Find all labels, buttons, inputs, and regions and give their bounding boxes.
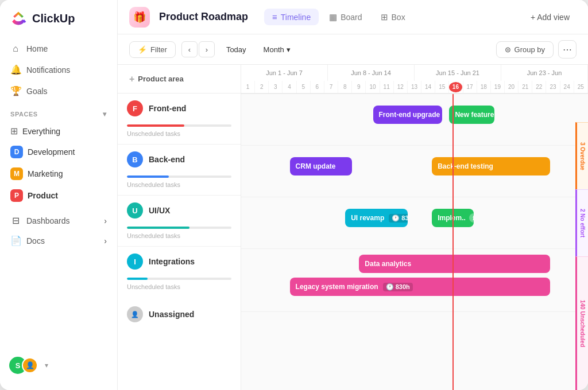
date-number-5: 5 bbox=[297, 81, 311, 93]
main-content: 🎁 Product Roadmap ≡ Timeline ▦ Board ⊞ B… bbox=[118, 0, 588, 390]
date-number-12: 12 bbox=[394, 81, 408, 93]
sidebar-item-development-label: Development bbox=[28, 147, 75, 157]
date-range-3: Jun 15 - Jun 21 bbox=[415, 65, 501, 81]
gantt-bar-ui-revamp[interactable]: UI revamp 🕐 830h bbox=[345, 209, 408, 227]
backend-avatar: B bbox=[127, 151, 143, 167]
tab-timeline[interactable]: ≡ Timeline bbox=[264, 9, 319, 25]
date-number-8: 8 bbox=[338, 81, 352, 93]
frontend-progress-fill bbox=[127, 124, 184, 127]
column-header-label: Product area bbox=[138, 75, 183, 83]
date-number-11: 11 bbox=[380, 81, 394, 93]
gantt-row-uiux: UI revamp 🕐 830h Implem.. ℹ bbox=[241, 197, 588, 249]
gantt-bar-frontend-upgrade[interactable]: Front-end upgrade 🕐 830h bbox=[373, 106, 443, 124]
date-number-3: 3 bbox=[269, 81, 283, 93]
add-area-button[interactable]: + bbox=[129, 74, 134, 84]
bar-label: New feature.. bbox=[455, 111, 494, 119]
backend-label: Back-end bbox=[149, 155, 185, 164]
sidebar-item-product[interactable]: P Product bbox=[5, 185, 113, 206]
timeline-gantt: Jun 1 - Jun 7 Jun 8 - Jun 14 Jun 15 - Ju… bbox=[241, 65, 588, 390]
docs-icon: 📄 bbox=[10, 235, 21, 246]
goals-icon: 🏆 bbox=[10, 85, 21, 96]
date-number-21: 21 bbox=[519, 81, 532, 93]
add-view-button[interactable]: + Add view bbox=[524, 9, 577, 25]
sidebar-item-home[interactable]: ⌂ Home bbox=[5, 39, 113, 58]
month-chevron: ▾ bbox=[287, 45, 291, 54]
gantt-bar-new-feature[interactable]: New feature.. ℹ bbox=[449, 106, 494, 124]
date-headers: Jun 1 - Jun 7 Jun 8 - Jun 14 Jun 15 - Ju… bbox=[241, 65, 588, 94]
page-header: 🎁 Product Roadmap ≡ Timeline ▦ Board ⊞ B… bbox=[118, 0, 588, 34]
sidebar-item-goals[interactable]: 🏆 Goals bbox=[5, 81, 113, 101]
add-view-label: + Add view bbox=[531, 13, 570, 22]
gantt-bar-legacy-migration[interactable]: Legacy system migration 🕐 830h bbox=[290, 278, 550, 296]
date-number-2: 2 bbox=[255, 81, 269, 93]
overdue-indicator: 3 Overdue bbox=[575, 122, 588, 189]
today-button[interactable]: Today bbox=[220, 42, 252, 57]
date-number-9: 9 bbox=[352, 81, 366, 93]
sidebar-item-docs[interactable]: 📄 Docs › bbox=[5, 231, 113, 251]
no-effort-label: 2 No effort bbox=[579, 209, 586, 237]
avatar-chevron[interactable]: ▾ bbox=[45, 361, 48, 369]
sidebar-item-goals-label: Goals bbox=[26, 87, 48, 96]
next-arrow-button[interactable]: › bbox=[199, 41, 215, 57]
date-ranges-row: Jun 1 - Jun 7 Jun 8 - Jun 14 Jun 15 - Ju… bbox=[241, 65, 588, 81]
date-range-4: Jun 23 - Jun bbox=[501, 65, 588, 81]
sidebar-item-marketing[interactable]: M Marketing bbox=[5, 163, 113, 184]
frontend-label: Front-end bbox=[149, 104, 186, 113]
tab-box[interactable]: ⊞ Box bbox=[373, 9, 413, 26]
bar-label: Back-end testing bbox=[438, 162, 493, 170]
gantt-bar-backend-testing[interactable]: Back-end testing bbox=[432, 157, 550, 176]
tab-board[interactable]: ▦ Board bbox=[321, 9, 370, 26]
sidebar-nav: ⌂ Home 🔔 Notifications 🏆 Goals bbox=[0, 39, 117, 101]
docs-chevron: › bbox=[104, 236, 107, 245]
gantt-row-frontend: Front-end upgrade 🕐 830h New feature.. ℹ bbox=[241, 94, 588, 146]
row-group-backend: B Back-end Unscheduled tasks bbox=[118, 145, 241, 196]
date-range-1: Jun 1 - Jun 7 bbox=[241, 65, 328, 81]
sidebar-item-notifications[interactable]: 🔔 Notifications bbox=[5, 60, 113, 80]
prev-arrow-button[interactable]: ‹ bbox=[181, 41, 198, 57]
spaces-list: ⊞ Everything D Development M Marketing P… bbox=[0, 122, 117, 206]
row-group-integrations: I Integrations Unscheduled tasks bbox=[118, 247, 241, 297]
side-indicators: 3 Overdue 2 No effort 140 Unscheduled bbox=[575, 122, 588, 390]
frontend-unscheduled-label: Unscheduled tasks bbox=[118, 127, 241, 144]
date-number-24: 24 bbox=[560, 81, 574, 93]
date-number-13: 13 bbox=[408, 81, 421, 93]
month-button[interactable]: Month ▾ bbox=[258, 42, 296, 57]
gantt-bar-data-analytics[interactable]: Data analytics bbox=[359, 255, 550, 273]
spaces-chevron[interactable]: ▾ bbox=[103, 110, 107, 118]
bar-label: Data analytics bbox=[365, 260, 411, 268]
board-tab-label: Board bbox=[341, 13, 362, 22]
gantt-row-integrations: Data analytics Legacy system migration 🕐… bbox=[241, 249, 588, 312]
bar-label: Legacy system migration bbox=[296, 283, 378, 291]
dashboard-icon: ⊟ bbox=[10, 215, 21, 226]
uiux-progress-bar bbox=[127, 227, 231, 229]
sidebar-item-development[interactable]: D Development bbox=[5, 142, 113, 162]
frontend-progress-bar bbox=[127, 124, 231, 127]
home-icon: ⌂ bbox=[10, 44, 21, 54]
gantt-bar-crm-update[interactable]: CRM update bbox=[290, 157, 353, 176]
app-container: ClickUp ⌂ Home 🔔 Notifications 🏆 Goals S… bbox=[0, 0, 588, 390]
integrations-label: Integrations bbox=[149, 257, 195, 266]
development-badge: D bbox=[10, 146, 23, 158]
date-number-1: 1 bbox=[241, 81, 255, 93]
backend-progress-bar bbox=[127, 176, 231, 178]
date-nav-arrows: ‹ › bbox=[181, 41, 215, 57]
bar-label: Front-end upgrade bbox=[379, 111, 440, 119]
today-line bbox=[452, 94, 454, 390]
sidebar-item-everything-label: Everything bbox=[22, 127, 60, 136]
unscheduled-indicator: 140 Unscheduled bbox=[575, 256, 588, 390]
group-by-button[interactable]: ⊜ Group by bbox=[496, 41, 554, 58]
date-number-18: 18 bbox=[477, 81, 491, 93]
integrations-unscheduled-label: Unscheduled tasks bbox=[118, 280, 241, 297]
sidebar-item-everything[interactable]: ⊞ Everything bbox=[5, 122, 113, 141]
sidebar-item-dashboards[interactable]: ⊟ Dashboards › bbox=[5, 210, 113, 231]
uiux-unscheduled-label: Unscheduled tasks bbox=[118, 229, 241, 246]
timeline-labels: + Product area F Front-end Unscheduled t… bbox=[118, 65, 241, 390]
date-number-16: 16 bbox=[449, 81, 463, 93]
filter-button[interactable]: ⚡ Filter bbox=[129, 41, 176, 58]
date-number-10: 10 bbox=[366, 81, 380, 93]
timeline-column-header: + Product area bbox=[118, 65, 241, 93]
date-number-7: 7 bbox=[324, 81, 338, 93]
more-options-button[interactable]: ⋯ bbox=[558, 40, 577, 58]
date-number-23: 23 bbox=[546, 81, 560, 93]
integrations-avatar: I bbox=[127, 253, 143, 270]
